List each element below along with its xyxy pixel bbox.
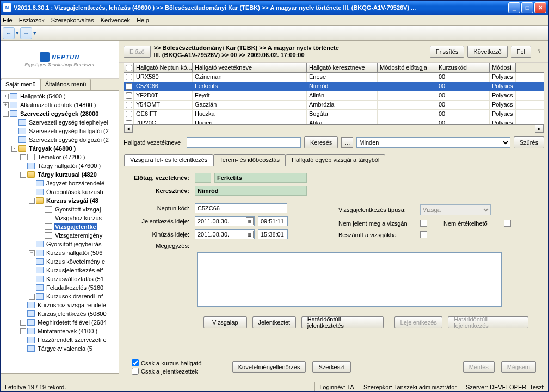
table-row[interactable]: URX580CzinemanEnese00Polyacs bbox=[124, 73, 544, 82]
search-input[interactable] bbox=[187, 137, 301, 148]
close-button[interactable]: ✕ bbox=[534, 2, 546, 13]
edit-button[interactable]: Szerkeszt bbox=[312, 361, 350, 373]
row-checkbox[interactable] bbox=[126, 83, 132, 90]
table-row[interactable]: I1P20GHugeriAtika00Polyacs bbox=[124, 119, 544, 124]
menu-fav[interactable]: Kedvencek bbox=[101, 17, 130, 23]
counts-checkbox[interactable] bbox=[420, 231, 427, 238]
table-row[interactable]: YF2D0TFeydtAlirán00Polyacs bbox=[124, 91, 544, 101]
cancel-button[interactable]: Mégsem bbox=[501, 361, 536, 373]
refresh-button[interactable]: Frissítés bbox=[430, 46, 465, 58]
grid-header[interactable]: Kurzuskód bbox=[436, 63, 490, 72]
tree-node[interactable]: Gyorsított jegybeírás bbox=[1, 240, 119, 248]
tree-node[interactable]: +Meghirdetett félévei (2684 bbox=[1, 318, 119, 327]
late-signup-button[interactable]: Határidőntúli jelentkeztetés bbox=[301, 316, 384, 328]
filter-select[interactable]: Minden bbox=[356, 137, 510, 148]
type-select[interactable]: Vizsga bbox=[420, 204, 491, 215]
tree-node[interactable]: Tárgy hallgatói (47600 ) bbox=[1, 161, 119, 170]
tree-node[interactable]: Szervezeti egység telephelyei bbox=[1, 118, 119, 127]
row-checkbox[interactable] bbox=[126, 74, 132, 80]
signoff-button[interactable]: Lejelentkezés bbox=[394, 316, 442, 328]
tree-node[interactable]: Feladatkezelés (5160 bbox=[1, 283, 119, 292]
signup-time-input[interactable] bbox=[258, 216, 288, 226]
tree-node[interactable]: +Alkalmazotti adatok (14800 ) bbox=[1, 101, 119, 109]
note-textarea[interactable] bbox=[197, 252, 502, 307]
tree-node[interactable]: Órabontások kurzush bbox=[1, 188, 119, 196]
tree-node[interactable]: Kurzusjelentkezés elf bbox=[1, 266, 119, 275]
tab-room[interactable]: Terem- és időbeosztás bbox=[213, 154, 286, 166]
tree-expander-icon[interactable]: - bbox=[29, 198, 35, 204]
tree-node[interactable]: +Témakör (47200 ) bbox=[1, 153, 119, 161]
tree-expander-icon[interactable]: - bbox=[11, 146, 17, 152]
tab-own-menu[interactable]: Saját menü bbox=[1, 79, 41, 90]
noeval-checkbox[interactable] bbox=[504, 220, 511, 227]
reqcheck-button[interactable]: Követelményellenőrzés bbox=[232, 361, 306, 373]
tree-expander-icon[interactable]: + bbox=[3, 94, 9, 99]
tree-node[interactable]: Kurzus követelmény e bbox=[1, 257, 119, 266]
nav-forward-dropdown[interactable]: ▾ bbox=[33, 29, 36, 36]
tree-expander-icon[interactable]: + bbox=[20, 320, 26, 326]
tab-signup[interactable]: Vizsgára fel- és lejelentkezés bbox=[124, 154, 213, 166]
menu-role[interactable]: Szerepkörváltás bbox=[51, 17, 94, 23]
student-grid[interactable]: Hallgató Neptun kó...Hallgató vezetéknev… bbox=[124, 63, 544, 133]
tree-expander-icon[interactable]: + bbox=[20, 154, 26, 160]
tree-expander-icon[interactable]: + bbox=[3, 102, 9, 108]
menu-tools[interactable]: Eszközök bbox=[19, 17, 45, 23]
grid-hscroll[interactable]: ◄ ► bbox=[124, 124, 544, 133]
signup-button[interactable]: Jelentkeztet bbox=[252, 316, 296, 328]
save-button[interactable]: Mentés bbox=[463, 361, 495, 373]
nav-forward-button[interactable]: → bbox=[20, 27, 32, 39]
search-more-button[interactable]: … bbox=[341, 137, 353, 148]
tree-node[interactable]: -Tárgy kurzusai (4820 bbox=[1, 170, 119, 179]
row-checkbox[interactable] bbox=[126, 111, 132, 117]
only-registered-check[interactable]: Csak a jelentkezettek bbox=[132, 368, 203, 375]
tree-node[interactable]: Vizsgateremigény bbox=[1, 231, 119, 240]
grid-header[interactable]: Hallgató keresztneve bbox=[307, 63, 378, 72]
tree-node[interactable]: +Kurzusok órarendi inf bbox=[1, 292, 119, 301]
neptun-input[interactable] bbox=[195, 203, 287, 213]
noshow-checkbox[interactable] bbox=[420, 220, 427, 227]
tree-view[interactable]: +Hallgatók (5400 )+Alkalmazotti adatok (… bbox=[1, 91, 119, 373]
table-row[interactable]: GE6IFTHuczkaBogáta00Polyacs bbox=[124, 110, 544, 119]
search-button[interactable]: Keresés bbox=[304, 136, 338, 148]
tree-node[interactable]: Kurzusváltoztatás (51 bbox=[1, 275, 119, 283]
calendar-icon[interactable]: ▦ bbox=[246, 231, 254, 238]
grid-header[interactable]: Módosító előtagja bbox=[378, 63, 436, 72]
tree-node[interactable]: Tárgyekvivalencia (5 bbox=[1, 344, 119, 353]
tree-expander-icon[interactable]: - bbox=[3, 111, 9, 117]
next-button[interactable]: Következő bbox=[467, 46, 507, 58]
tree-node[interactable]: Kurzushoz vizsga rendelé bbox=[1, 301, 119, 309]
tree-node[interactable]: -Kurzus vizsgái (48 bbox=[1, 196, 119, 205]
tree-node[interactable]: Gyorsított vizsgaj bbox=[1, 205, 119, 214]
tab-other-exams[interactable]: Hallgató egyéb vizsgái a tárgyból bbox=[286, 154, 385, 166]
withdraw-time-input[interactable] bbox=[258, 229, 288, 239]
tree-node[interactable]: Kurzusjelentkezés (50800 bbox=[1, 309, 119, 318]
calendar-icon[interactable]: ▦ bbox=[246, 217, 254, 225]
tree-expander-icon[interactable]: - bbox=[20, 172, 26, 178]
up-button[interactable]: Fel bbox=[511, 46, 531, 58]
grid-header[interactable]: Módosí bbox=[490, 63, 516, 72]
tree-node[interactable]: Vizsgajelentke bbox=[1, 222, 119, 231]
row-checkbox[interactable] bbox=[126, 92, 132, 99]
filter-button[interactable]: Szűrés bbox=[514, 136, 544, 148]
tree-node[interactable]: Szervezeti egység dolgozói (2 bbox=[1, 135, 119, 144]
nav-back-button[interactable]: ← bbox=[3, 27, 15, 39]
tree-node[interactable]: Szervezeti egység hallgatói (2 bbox=[1, 127, 119, 135]
grid-selectall-checkbox[interactable] bbox=[126, 65, 132, 71]
maximize-button[interactable]: □ bbox=[521, 2, 533, 13]
tree-node[interactable]: +Hallgatók (5400 ) bbox=[1, 92, 119, 101]
tree-node[interactable]: +Kurzus hallgatói (506 bbox=[1, 248, 119, 257]
tree-node[interactable]: -Tárgyak (46800 ) bbox=[1, 144, 119, 153]
tree-expander-icon[interactable]: + bbox=[29, 250, 35, 256]
prev-button[interactable]: Előző bbox=[124, 46, 151, 58]
examsheet-button[interactable]: Vizsgalap bbox=[203, 316, 247, 328]
grid-header[interactable] bbox=[124, 63, 134, 72]
grid-header[interactable]: Hallgató Neptun kó... bbox=[134, 63, 193, 72]
pin-icon[interactable]: ⟟ bbox=[534, 47, 544, 57]
table-row[interactable]: Y54OMTGacziánAmbrózia00Polyacs bbox=[124, 101, 544, 110]
late-signoff-button[interactable]: Határidőntúli lejelentkezés bbox=[448, 316, 528, 328]
table-row[interactable]: C5ZC66FerketitsNimród00Polyacs bbox=[124, 82, 544, 91]
nav-back-dropdown[interactable]: ▾ bbox=[16, 29, 19, 36]
only-course-students-check[interactable]: Csak a kurzus hallgatói bbox=[132, 359, 203, 366]
scroll-left-icon[interactable]: ◄ bbox=[124, 125, 133, 133]
tree-expander-icon[interactable]: + bbox=[20, 328, 26, 334]
